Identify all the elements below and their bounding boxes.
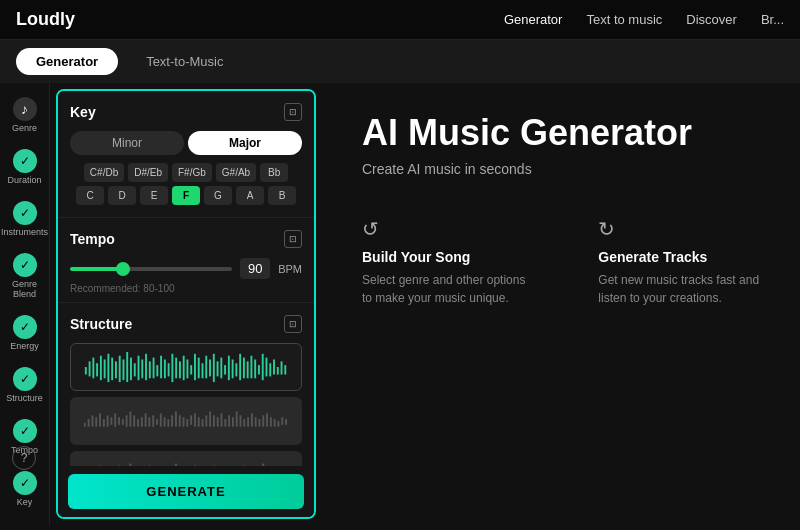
svg-rect-4 — [99, 356, 101, 380]
svg-rect-9 — [118, 356, 120, 382]
key-btn-bb[interactable]: Bb — [260, 163, 288, 182]
svg-rect-31 — [201, 363, 203, 378]
key-btn-gsharp[interactable]: G#/Ab — [216, 163, 256, 182]
tempo-value: 90 — [240, 258, 270, 279]
help-button[interactable]: ? — [12, 446, 36, 470]
svg-rect-95 — [239, 415, 241, 426]
svg-rect-70 — [144, 413, 146, 426]
svg-rect-10 — [122, 359, 124, 380]
svg-rect-5 — [103, 359, 105, 378]
svg-rect-80 — [182, 417, 184, 426]
key-mode-minor[interactable]: Minor — [70, 131, 184, 155]
svg-rect-72 — [152, 415, 154, 426]
nav-generator[interactable]: Generator — [504, 12, 563, 27]
svg-rect-49 — [269, 363, 271, 376]
sidebar-label-genre-blend: Genre Blend — [4, 279, 45, 299]
svg-rect-85 — [201, 419, 203, 427]
sidebar-label-energy: Energy — [10, 341, 39, 351]
svg-rect-15 — [141, 359, 143, 378]
svg-rect-104 — [273, 419, 275, 427]
svg-rect-98 — [251, 413, 253, 426]
key-reset-icon[interactable]: ⊡ — [284, 103, 302, 121]
key-btn-csharp[interactable]: C#/Db — [84, 163, 124, 182]
key-section: Key ⊡ Minor Major C#/Db D#/Eb F#/Gb G#/A… — [58, 91, 314, 218]
key-btn-g[interactable]: G — [204, 186, 232, 205]
nav-discover[interactable]: Discover — [686, 12, 737, 27]
svg-rect-35 — [216, 361, 218, 376]
nav-text-to-music[interactable]: Text to music — [586, 12, 662, 27]
structure-option-2[interactable] — [70, 397, 302, 445]
key-btn-c[interactable]: C — [76, 186, 104, 205]
sidebar-label-structure: Structure — [6, 393, 43, 403]
svg-rect-34 — [212, 354, 214, 382]
svg-rect-39 — [231, 359, 233, 378]
sidebar-item-genre-blend[interactable]: ✓ Genre Blend — [0, 247, 49, 305]
sidebar-item-key[interactable]: ✓ Key — [0, 465, 49, 513]
tab-text-to-music[interactable]: Text-to-Music — [126, 48, 243, 75]
svg-rect-102 — [266, 413, 268, 426]
svg-rect-62 — [114, 413, 116, 426]
key-title: Key — [70, 104, 96, 120]
structure-option-1[interactable] — [70, 343, 302, 391]
key-btn-f[interactable]: F — [172, 186, 200, 205]
tempo-reset-icon[interactable]: ⊡ — [284, 230, 302, 248]
svg-rect-17 — [148, 361, 150, 378]
generate-bar: GENERATE — [58, 466, 314, 517]
key-btn-d[interactable]: D — [108, 186, 136, 205]
sidebar-item-duration[interactable]: ✓ Duration — [0, 143, 49, 191]
svg-rect-18 — [152, 358, 154, 379]
sidebar-item-genre[interactable]: ♪ Genre — [0, 91, 49, 139]
svg-rect-7 — [111, 358, 113, 381]
svg-rect-89 — [216, 417, 218, 426]
key-btn-fsharp[interactable]: F#/Gb — [172, 163, 212, 182]
svg-rect-60 — [106, 415, 108, 426]
structure-check-icon: ✓ — [13, 367, 37, 391]
svg-rect-55 — [87, 419, 89, 427]
sidebar-label-duration: Duration — [7, 175, 41, 185]
tempo-slider[interactable] — [70, 267, 232, 271]
svg-rect-64 — [121, 419, 123, 425]
svg-rect-99 — [254, 417, 256, 426]
key-mode-major[interactable]: Major — [188, 131, 302, 155]
svg-rect-61 — [110, 417, 112, 425]
svg-rect-3 — [96, 363, 98, 376]
svg-rect-36 — [220, 358, 222, 379]
svg-rect-1 — [88, 361, 90, 376]
tab-generator[interactable]: Generator — [16, 48, 118, 75]
sidebar-item-structure[interactable]: ✓ Structure — [0, 361, 49, 409]
genre-blend-check-icon: ✓ — [13, 253, 37, 277]
svg-rect-8 — [114, 361, 116, 378]
right-content: AI Music Generator Create AI music in se… — [322, 83, 800, 525]
generate-button[interactable]: GENERATE — [68, 474, 304, 509]
svg-rect-32 — [205, 356, 207, 379]
main-layout: ♪ Genre ✓ Duration ✓ Instruments ✓ Genre… — [0, 83, 800, 525]
build-song-icon: ↺ — [362, 217, 538, 241]
structure-reset-icon[interactable]: ⊡ — [284, 315, 302, 333]
svg-rect-2 — [92, 358, 94, 379]
key-btn-e[interactable]: E — [140, 186, 168, 205]
svg-rect-25 — [178, 361, 180, 378]
tempo-title: Tempo — [70, 231, 115, 247]
svg-rect-81 — [186, 419, 188, 427]
feature-generate-title: Generate Tracks — [598, 249, 760, 265]
svg-rect-69 — [140, 417, 142, 426]
svg-rect-21 — [163, 359, 165, 378]
tempo-section-header: Tempo ⊡ — [70, 230, 302, 248]
tab-bar: Generator Text-to-Music — [0, 40, 800, 83]
key-btn-dsharp[interactable]: D#/Eb — [128, 163, 168, 182]
svg-rect-78 — [175, 412, 177, 427]
svg-rect-19 — [156, 365, 158, 376]
sidebar-item-energy[interactable]: ✓ Energy — [0, 309, 49, 357]
svg-rect-106 — [281, 417, 283, 425]
nav-more[interactable]: Br... — [761, 12, 784, 27]
key-btn-a[interactable]: A — [236, 186, 264, 205]
key-btn-b[interactable]: B — [268, 186, 296, 205]
svg-rect-53 — [284, 365, 286, 374]
svg-rect-30 — [197, 358, 199, 379]
sidebar-item-instruments[interactable]: ✓ Instruments — [0, 195, 49, 243]
svg-rect-6 — [107, 354, 109, 382]
logo: Loudly — [16, 9, 75, 30]
svg-rect-90 — [220, 413, 222, 426]
svg-rect-75 — [163, 417, 165, 426]
svg-rect-93 — [232, 417, 234, 426]
